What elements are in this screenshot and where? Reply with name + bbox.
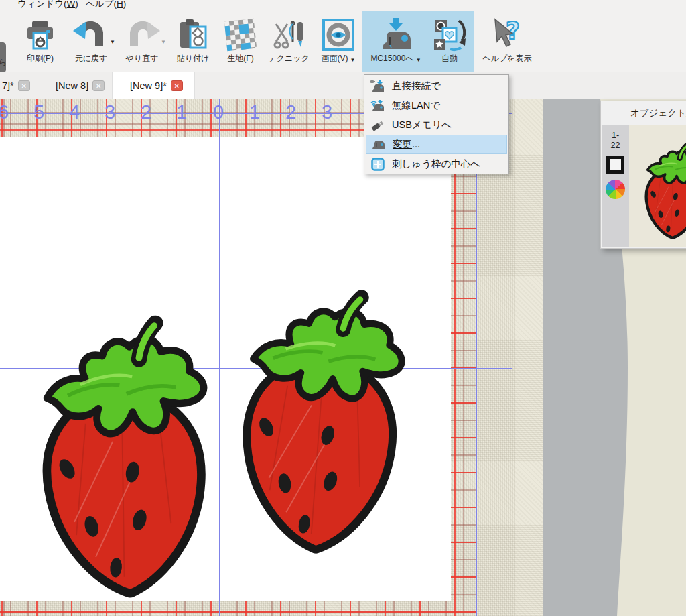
menu-item-label: USBメモリへ [392,119,452,131]
object-list-gutter: 1- 22 [602,125,629,247]
technique-tools-icon [273,19,305,51]
menu-item-label: 変更... [393,138,420,151]
menu-item-text: 変更 [393,139,412,149]
toolbar-button-text: MC15000へ [370,54,413,63]
object-range-top: 1- [612,131,619,141]
dropdown-arrow-icon[interactable]: ▼ [350,58,356,63]
menu-label-part: ヘルプ( [86,0,117,9]
tab-close-button[interactable]: ✕ [18,80,30,91]
tab-label: 7]* [2,80,14,91]
toolbar-button-label: 自動 [441,53,458,64]
toolbar-button-label: テクニック [268,53,309,64]
help-cursor-icon: ? [490,17,525,52]
machine-wifi-icon [369,99,387,113]
hoop-frame-icon [369,158,387,171]
ruler-number: 0 [210,101,227,123]
menu-bar: ウィンドウ(W) ヘルプ(H) [0,0,686,11]
menu-label-part: ) [123,0,127,9]
toolbar-button-undo[interactable]: ▼ 元に戻す [67,11,115,72]
menu-label-part: ウィンドウ( [17,0,67,9]
ruler-number: 1 [173,101,190,123]
toolbar-button-technique[interactable]: テクニック [265,11,313,72]
tab-close-button[interactable]: ✕ [171,80,183,91]
ruler-number: 4 [66,101,83,123]
sewing-machine-icon [370,138,387,151]
dropdown-arrow-icon[interactable]: ▼ [416,58,421,63]
strawberry-object-left[interactable] [18,310,228,605]
ruler-number: 1 [246,101,263,123]
ruler-number: 3 [101,101,119,123]
toolbar-button-fabric[interactable]: 生地(F) [216,11,265,72]
ruler-number: 2 [137,101,155,123]
undo-arrow-icon [72,20,110,50]
tab-new9-active[interactable]: [New 9]* ✕ [112,72,195,99]
menu-item-label: 刺しゅう枠の中心へ [392,158,480,170]
menu-label-key: H [117,0,123,9]
toolbar-button-print[interactable]: 印刷(P) [16,11,64,72]
strawberry-object-right[interactable] [222,270,417,571]
tab-close-button[interactable]: ✕ [92,80,105,91]
menu-item-window[interactable]: ウィンドウ(W) [17,0,78,10]
app-window: ウィンドウ(W) ヘルプ(H) ら 印刷(P) [0,0,686,616]
fabric-swatch-icon [224,19,257,51]
toolbar-button-label: 印刷(P) [27,53,54,64]
menu-label-part: ) [75,0,78,9]
menu-item-suffix: ... [412,139,420,149]
toolbar-button-label: 生地(F) [227,53,253,64]
sewing-machine-icon [379,17,413,52]
printer-icon [25,19,56,51]
strawberry-thumbnail[interactable] [639,143,686,239]
ruler-number: 5 [30,101,48,123]
toolbar-button-label: MC15000へ▼ [370,53,421,64]
toolbar-button-help[interactable]: ? ヘルプを表示 [476,11,538,72]
toolbar-button-label: ら [0,57,7,68]
mc15000-dropdown-menu: 直接接続で 無線LANで [364,74,509,174]
outline-square-icon[interactable] [606,156,624,174]
toolbar-button-label: ヘルプを表示 [482,53,531,64]
ruler-number: 6 [0,101,12,123]
ruler-number: 2 [282,101,299,123]
color-wheel-icon[interactable] [606,180,625,199]
toolbar-button-label: やり直す [126,53,159,64]
toolbar-button-paste[interactable]: 貼り付け [169,11,217,72]
menu-item-direct-connect[interactable]: 直接接続で [366,76,507,96]
tab-label: [New 8] [56,80,88,91]
paste-clipboard-icon [178,19,208,51]
menu-item-hoop-center[interactable]: 刺しゅう枠の中心へ [366,154,507,174]
menu-item-help[interactable]: ヘルプ(H) [86,0,126,10]
document-tab-bar: 7]* ✕ [New 8] ✕ [New 9]* ✕ [0,72,686,99]
toolbar: ら 印刷(P) ▼ 元に戻す [0,11,686,73]
toolbar-button-label: 貼り付け [177,53,210,64]
menu-item-change[interactable]: 変更... [366,135,507,154]
menu-item-label: 直接接続で [392,80,441,93]
usb-drive-icon [369,119,387,132]
toolbar-button-view[interactable]: 画面(V)▼ [313,11,364,72]
panel-body: 1- 22 [602,125,686,247]
object-range-bottom: 22 [611,141,620,151]
dropdown-arrow-icon[interactable]: ▼ [110,40,115,45]
ruler-number: 3 [318,101,336,123]
menu-item-wireless-lan[interactable]: 無線LANで [366,96,507,115]
eye-icon [322,18,355,52]
toolbar-button-mc15000[interactable]: MC15000へ▼ [367,11,425,72]
object-order-panel: オブジェクト順序 1- 22 [600,101,686,249]
toolbar-button-auto[interactable]: 自動 [427,11,472,72]
tab-new7[interactable]: 7]* ✕ [0,72,45,99]
menu-item-usb-memory[interactable]: USBメモリへ [366,115,507,135]
menu-item-label: 無線LANで [392,99,440,112]
toolbar-button-text: 画面(V) [322,54,348,63]
auto-shapes-icon [432,18,467,52]
vertical-boundary-guideline [476,99,477,616]
panel-title: オブジェクト順序 [601,101,686,125]
toolbar-button-redo[interactable]: ▼ やり直す [118,11,166,72]
redo-arrow-icon [123,20,161,50]
toolbar-button-label: 元に戻す [75,53,108,64]
dropdown-arrow-icon: ▼ [161,40,166,45]
machine-usb-connect-icon [369,80,387,93]
tab-label: [New 9]* [130,80,167,91]
menu-label-key: W [67,0,76,9]
toolbar-button-label: 画面(V)▼ [322,53,356,64]
